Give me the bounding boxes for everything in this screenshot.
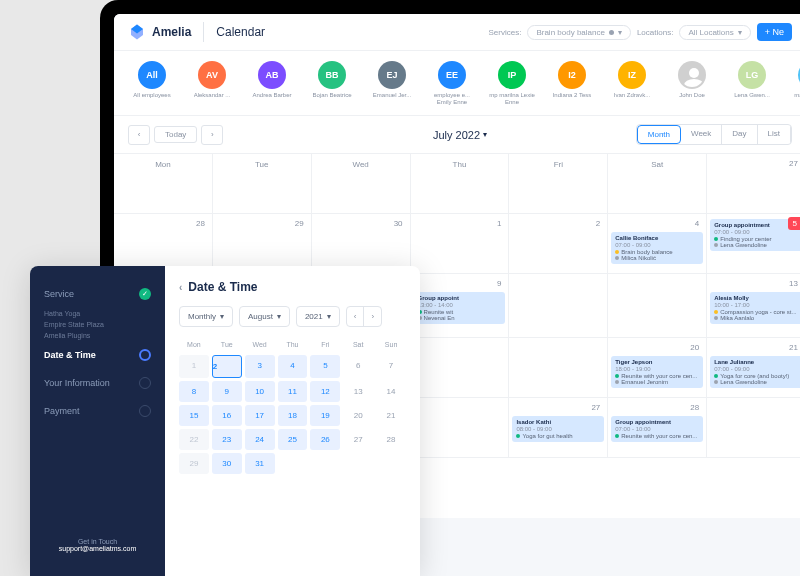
mini-day[interactable]: 1 [179,355,209,378]
employee-filter[interactable]: M3marija 3 Miko Sober [788,61,800,105]
avatar: I2 [558,61,586,89]
employee-filter[interactable]: IPmp marilna Lexie Enne [488,61,536,105]
mini-day[interactable]: 20 [343,405,373,426]
view-list[interactable]: List [758,125,791,144]
day-cell[interactable]: 27 [707,154,800,214]
mini-day[interactable]: 7 [376,355,406,378]
current-month-label[interactable]: July 2022▾ [433,129,487,141]
calendar-event[interactable]: Isador Kathi08:00 - 09:00Yoga for gut he… [512,416,604,442]
avatar [678,61,706,89]
mini-day[interactable]: 23 [212,429,242,450]
booking-step-your-information[interactable]: Your Information [30,369,165,397]
employee-filter[interactable]: IZIvan Zdravk... [608,61,656,105]
employee-filter[interactable]: I2Indiana 2 Tess [548,61,596,105]
mini-day[interactable]: 25 [278,429,308,450]
prev-button[interactable]: ‹ [128,125,150,145]
new-button[interactable]: + Ne [757,23,792,41]
mini-day[interactable]: 28 [376,429,406,450]
mini-day[interactable]: 8 [179,381,209,402]
mini-day[interactable]: 3 [245,355,275,378]
day-header: Mon [114,154,213,214]
mini-next[interactable]: › [364,307,381,326]
mini-day[interactable]: 14 [376,381,406,402]
day-cell[interactable]: 20Tiger Jepson18:00 - 19:00Reunite with … [608,338,707,398]
day-cell[interactable] [509,274,608,338]
day-cell[interactable]: 9Group appoint13:00 - 14:00Reunite witNe… [411,274,510,338]
mini-day[interactable]: 26 [310,429,340,450]
mini-day[interactable]: 21 [376,405,406,426]
mini-day[interactable]: 13 [343,381,373,402]
day-cell[interactable]: 21Lane Julianne07:00 - 09:00Yoga for cor… [707,338,800,398]
mini-day[interactable]: 4 [278,355,308,378]
day-cell[interactable] [411,398,510,458]
day-cell[interactable] [608,274,707,338]
employee-name: Andrea Barber [252,92,291,99]
mini-day[interactable]: 18 [278,405,308,426]
day-cell[interactable] [411,338,510,398]
day-number: 1 [414,217,506,230]
calendar-event[interactable]: Group appointment07:00 - 09:00Finding yo… [710,219,800,251]
day-cell[interactable]: 5Group appointment07:00 - 09:00Finding y… [707,214,800,274]
day-cell[interactable]: 2 [509,214,608,274]
day-cell[interactable] [509,338,608,398]
mini-day[interactable]: 30 [212,453,242,474]
mini-day[interactable]: 29 [179,453,209,474]
locations-filter[interactable]: All Locations▾ [679,25,750,40]
view-day[interactable]: Day [722,125,757,144]
mini-day[interactable]: 24 [245,429,275,450]
mini-day-header: Sun [376,337,406,352]
mini-day[interactable]: 9 [212,381,242,402]
mini-prev[interactable]: ‹ [347,307,365,326]
mini-day[interactable]: 22 [179,429,209,450]
day-cell[interactable]: 13Alesia Molly10:00 - 17:00Compassion yo… [707,274,800,338]
page-title: Calendar [216,25,265,39]
mini-day[interactable]: 17 [245,405,275,426]
calendar-event[interactable]: Callie Boniface07:00 - 09:00Brain body b… [611,232,703,264]
mini-day[interactable]: 10 [245,381,275,402]
mini-day[interactable]: 16 [212,405,242,426]
mini-day[interactable]: 6 [343,355,373,378]
back-icon[interactable]: ‹ [179,282,182,293]
month-select[interactable]: August▾ [239,306,290,327]
day-header: Sat [608,154,707,214]
day-cell[interactable]: 28Group appointment07:00 - 10:00Reunite … [608,398,707,458]
mini-day[interactable]: 12 [310,381,340,402]
employee-filter[interactable]: LGLena Gwen... [728,61,776,105]
booking-step-service[interactable]: Service✓ [30,280,165,308]
booking-step-payment[interactable]: Payment [30,397,165,425]
employee-filter[interactable]: AllAll employees [128,61,176,105]
day-header: Thu [411,154,510,214]
calendar-event[interactable]: Group appoint13:00 - 14:00Reunite witNev… [414,292,506,324]
calendar-event[interactable]: Group appointment07:00 - 10:00Reunite wi… [611,416,703,442]
day-cell[interactable]: 1 [411,214,510,274]
calendar-event[interactable]: Alesia Molly10:00 - 17:00Compassion yoga… [710,292,800,324]
mini-day[interactable]: 5 [310,355,340,378]
booking-step-date-time[interactable]: Date & Time [30,341,165,369]
employee-filter[interactable]: John Doe [668,61,716,105]
mini-day[interactable]: 31 [245,453,275,474]
employee-filter[interactable]: ABAndrea Barber [248,61,296,105]
mini-day[interactable]: 19 [310,405,340,426]
mini-day[interactable]: 27 [343,429,373,450]
calendar-event[interactable]: Tiger Jepson18:00 - 19:00Reunite with yo… [611,356,703,388]
view-week[interactable]: Week [681,125,722,144]
employee-filter[interactable]: AVAleksandar ... [188,61,236,105]
employee-filter[interactable]: EEemployee e... Emily Enne [428,61,476,105]
services-filter[interactable]: Brain body balance▾ [527,25,631,40]
view-month[interactable]: Month [637,125,681,144]
year-select[interactable]: 2021▾ [296,306,340,327]
employee-filter[interactable]: EJEmanuel Jer... [368,61,416,105]
avatar: All [138,61,166,89]
mini-day[interactable]: 11 [278,381,308,402]
day-cell[interactable]: 27Isador Kathi08:00 - 09:00Yoga for gut … [509,398,608,458]
today-button[interactable]: Today [154,126,197,143]
employee-filter[interactable]: BBBojan Beatrice [308,61,356,105]
calendar-event[interactable]: Lane Julianne07:00 - 09:00Yoga for core … [710,356,800,388]
day-cell[interactable]: 4Callie Boniface07:00 - 09:00Brain body … [608,214,707,274]
period-select[interactable]: Monthly▾ [179,306,233,327]
day-cell[interactable] [707,398,800,458]
mini-day[interactable]: 2 [212,355,242,378]
next-button[interactable]: › [201,125,223,145]
mini-day[interactable]: 15 [179,405,209,426]
avatar: EE [438,61,466,89]
